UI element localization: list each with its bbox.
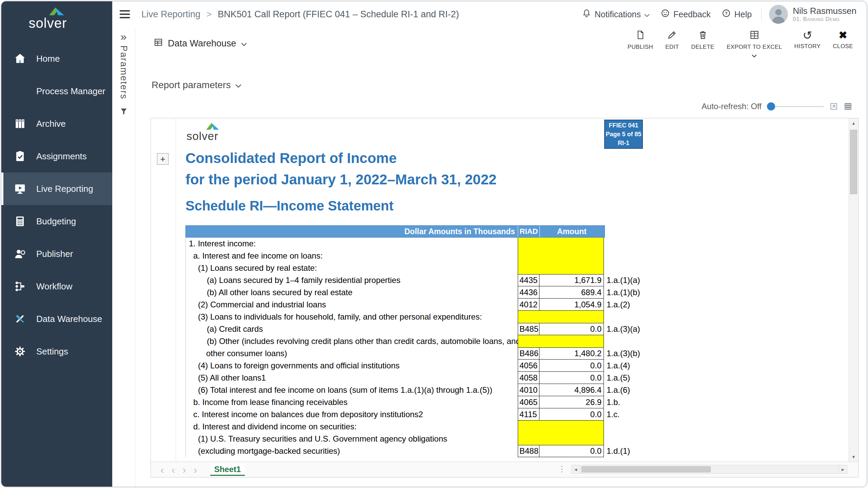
breadcrumb-section[interactable]: Live Reporting xyxy=(141,9,200,20)
sidebar-item-live-reporting[interactable]: Live Reporting xyxy=(1,172,112,205)
scroll-down-icon[interactable]: ▼ xyxy=(849,452,858,462)
row-description-cell[interactable]: (b) Other (includes revolving credit pla… xyxy=(185,335,518,347)
sidebar-item-data-warehouse[interactable]: Data Warehouse xyxy=(1,303,112,335)
riad-code-cell[interactable]: 4065 xyxy=(518,396,539,408)
notifications-button[interactable]: Notifications xyxy=(576,8,655,20)
funnel-icon[interactable] xyxy=(119,107,128,117)
riad-code-cell[interactable]: 4435 xyxy=(518,274,539,286)
gridlines-icon[interactable] xyxy=(844,102,852,111)
feedback-button[interactable]: Feedback xyxy=(655,8,716,20)
row-description-cell[interactable]: (1) Loans secured by real estate: xyxy=(185,262,518,274)
horizontal-scrollbar[interactable]: ◄ ► xyxy=(571,465,847,474)
row-highlight-cell[interactable] xyxy=(518,433,604,445)
riad-code-cell[interactable]: B486 xyxy=(518,348,539,359)
sidebar-item-archive[interactable]: Archive xyxy=(1,107,112,140)
row-description-cell[interactable]: d. Interest and dividend income on secur… xyxy=(185,421,518,433)
amount-cell[interactable]: 4,896.4 xyxy=(539,384,604,396)
amount-cell[interactable]: 1,671.9 xyxy=(539,274,604,286)
row-description-cell[interactable]: (excluding mortgage-backed securities) xyxy=(185,445,518,457)
row-description-cell[interactable]: (3) Loans to individuals for household, … xyxy=(185,311,518,323)
row-highlight-cell[interactable] xyxy=(518,421,604,433)
row-highlight-cell[interactable] xyxy=(518,262,604,274)
sidebar-item-workflow[interactable]: Workflow xyxy=(1,270,112,303)
sheet-tab[interactable]: Sheet1 xyxy=(210,464,245,476)
riad-code-cell[interactable]: B485 xyxy=(518,323,539,335)
amount-cell[interactable]: 0.0 xyxy=(539,360,604,371)
report-parameters-toggle[interactable]: Report parameters xyxy=(152,79,867,92)
horizontal-scroll-thumb[interactable] xyxy=(581,466,711,472)
row-description-cell[interactable]: b. Income from lease financing receivabl… xyxy=(185,396,518,408)
riad-code-cell[interactable]: 4056 xyxy=(518,360,539,371)
amount-cell[interactable]: 0.0 xyxy=(539,323,604,335)
close-button[interactable]: ✖ CLOSE xyxy=(827,28,859,50)
row-data-cells: B4880.0 xyxy=(518,445,604,457)
row-highlight-cell[interactable] xyxy=(518,311,604,323)
row-description-cell[interactable]: a. Interest and fee income on loans: xyxy=(185,250,518,262)
delete-button[interactable]: DELETE xyxy=(685,28,721,50)
row-description-cell[interactable]: (b) All other loans secured by real esta… xyxy=(185,286,518,299)
vertical-scrollbar[interactable]: ▲ ▼ xyxy=(849,118,858,462)
last-sheet-icon[interactable]: › xyxy=(194,465,197,475)
scroll-left-icon[interactable]: ◄ xyxy=(571,465,580,474)
scroll-right-icon[interactable]: ► xyxy=(839,465,847,474)
home-icon xyxy=(13,51,27,66)
row-description-cell[interactable]: (1) U.S. Treasury securities and U.S. Go… xyxy=(185,433,518,445)
row-description-cell[interactable]: other consumer loans) xyxy=(185,347,518,360)
help-button[interactable]: ? Help xyxy=(716,8,757,20)
auto-refresh-slider[interactable] xyxy=(767,102,824,111)
history-button[interactable]: ↺ HISTORY xyxy=(788,28,827,50)
amount-cell[interactable]: 26.9 xyxy=(539,396,604,408)
row-description-cell[interactable]: (4) Loans to foreign governments and off… xyxy=(185,360,518,372)
popout-resize-icon[interactable] xyxy=(829,102,838,111)
report-parameters-label: Report parameters xyxy=(152,80,231,90)
riad-code-cell[interactable]: 4058 xyxy=(518,372,539,384)
sidebar-item-budgeting[interactable]: Budgeting xyxy=(1,205,112,238)
user-menu[interactable]: Nils Rasmussen 01. Banking Demo xyxy=(766,5,856,24)
amount-cell[interactable]: 689.4 xyxy=(539,286,604,298)
row-highlight-cell[interactable] xyxy=(518,335,604,347)
riad-code-cell[interactable]: 4010 xyxy=(518,384,539,396)
sidebar-item-assignments[interactable]: Assignments xyxy=(1,140,112,172)
riad-code-cell[interactable]: B488 xyxy=(518,445,539,457)
row-highlight-cell[interactable] xyxy=(518,238,604,250)
row-data-cells: 40560.0 xyxy=(518,360,604,372)
sidebar-item-process-manager[interactable]: Process Manager xyxy=(1,75,112,107)
row-description-cell[interactable]: 1. Interest income: xyxy=(185,238,518,250)
row-description-cell[interactable]: (5) All other loans1 xyxy=(185,372,518,384)
sidebar-item-publisher[interactable]: Publisher xyxy=(1,238,112,270)
column-header-dollar-amounts: Dollar Amounts in Thousands xyxy=(186,226,518,237)
horizontal-scroll-track[interactable] xyxy=(580,465,839,474)
edit-button[interactable]: EDIT xyxy=(659,28,685,50)
riad-code-cell[interactable]: 4436 xyxy=(518,286,539,298)
publish-button[interactable]: PUBLISH xyxy=(622,28,659,50)
expand-panel-icon[interactable]: » xyxy=(121,31,127,42)
column-header-riad: RIAD xyxy=(518,226,540,237)
amount-cell[interactable]: 1,480.2 xyxy=(539,348,604,359)
next-sheet-icon[interactable]: › xyxy=(182,465,186,475)
data-source-dropdown[interactable]: Data Warehouse xyxy=(154,38,247,49)
outline-expand-button[interactable]: + xyxy=(157,153,169,165)
row-description-cell[interactable]: c. Interest income on balances due from … xyxy=(185,408,518,421)
sidebar-item-settings[interactable]: Settings xyxy=(1,335,112,368)
prev-sheet-icon[interactable]: ‹ xyxy=(172,465,175,475)
row-description-cell[interactable]: (2) Commercial and industrial loans xyxy=(185,299,518,311)
amount-cell[interactable]: 1,054.9 xyxy=(539,299,604,310)
vertical-scroll-thumb[interactable] xyxy=(850,130,857,194)
riad-code-cell[interactable]: 4115 xyxy=(518,408,539,420)
scroll-up-icon[interactable]: ▲ xyxy=(849,118,858,128)
row-description-cell[interactable]: (a) Loans secured by 1–4 family resident… xyxy=(185,274,518,286)
export-to-excel-button[interactable]: EXPORT TO EXCEL xyxy=(721,28,788,59)
amount-cell[interactable]: 0.0 xyxy=(539,445,604,457)
user-organization: 01. Banking Demo xyxy=(793,16,856,23)
hamburger-menu-icon[interactable] xyxy=(120,10,130,18)
riad-code-cell[interactable]: 4012 xyxy=(518,299,539,310)
row-description-cell[interactable]: (a) Credit cards xyxy=(185,323,518,335)
amount-cell[interactable]: 0.0 xyxy=(539,408,604,420)
first-sheet-icon[interactable]: ‹ xyxy=(160,465,164,475)
sidebar-item-home[interactable]: Home xyxy=(1,42,112,75)
row-description-cell[interactable]: (6) Total interest and fee income on loa… xyxy=(185,384,518,396)
slider-knob[interactable] xyxy=(767,102,775,110)
amount-cell[interactable]: 0.0 xyxy=(539,372,604,384)
splitter-grip-icon[interactable]: ⋮ xyxy=(558,464,566,474)
row-highlight-cell[interactable] xyxy=(518,250,604,262)
